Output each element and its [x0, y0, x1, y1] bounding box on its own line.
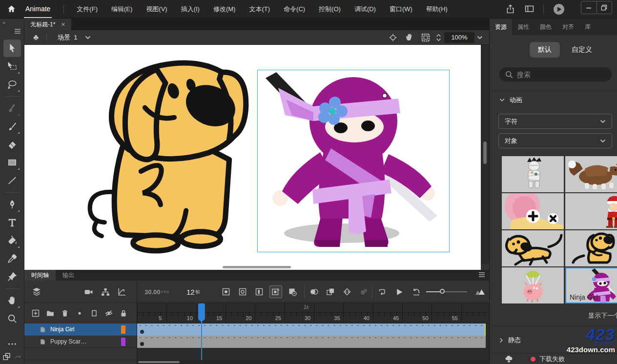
character-filter-dropdown[interactable]: 字符 — [498, 114, 612, 129]
layer-row-header[interactable]: Puppy Scar… — [24, 336, 137, 348]
insert-blank-keyframe-button[interactable] — [236, 285, 249, 298]
asset-thumbnail-mummy[interactable] — [502, 156, 564, 192]
hand-tool[interactable] — [3, 292, 21, 309]
timeline-ruler[interactable]: 1s 510152025303540455055 — [24, 303, 489, 324]
more-tools[interactable] — [3, 335, 21, 353]
menu-item-5[interactable]: 文本(T) — [242, 0, 277, 19]
asset-thumbnail-snail[interactable] — [502, 193, 564, 229]
center-stage-icon[interactable] — [389, 33, 397, 42]
asset-thumbnail-wolf[interactable] — [565, 156, 617, 192]
menu-item-0[interactable]: 文件(F) — [70, 0, 104, 19]
auto-keyframe-button[interactable]: A — [269, 285, 282, 298]
menu-item-4[interactable]: 修改(M) — [206, 0, 243, 19]
clip-content-icon[interactable] — [421, 33, 430, 42]
ninja-girl-artwork[interactable] — [258, 70, 449, 252]
tab-timeline[interactable]: 时间轴 — [24, 270, 56, 281]
canvas-horizontal-scrollbar[interactable] — [24, 264, 481, 270]
asset-thumbnail-pig-parachute[interactable] — [502, 267, 564, 303]
free-transform-tool[interactable] — [3, 58, 21, 75]
eyedropper-tool[interactable] — [3, 250, 21, 267]
remove-frames-button[interactable] — [286, 285, 299, 298]
line-tool[interactable] — [3, 172, 21, 189]
custom-mode-button[interactable]: 自定义 — [567, 42, 597, 58]
puppy-artwork[interactable] — [82, 49, 251, 254]
current-frame-value[interactable]: 12帧 — [186, 281, 200, 303]
play-button[interactable] — [392, 285, 405, 298]
rewind-button[interactable] — [410, 285, 422, 298]
outline-view-button[interactable] — [89, 309, 99, 318]
highlight-layer-button[interactable] — [75, 309, 84, 318]
camera-button[interactable] — [82, 285, 95, 298]
chevron-down-icon[interactable] — [499, 98, 505, 102]
layer-row[interactable]: Puppy Scar… — [24, 336, 489, 348]
text-tool[interactable] — [3, 214, 21, 231]
menu-item-3[interactable]: 插入(I) — [174, 0, 206, 19]
chevron-right-icon[interactable] — [499, 338, 503, 343]
selection-outline[interactable] — [257, 70, 450, 252]
add-folder-button[interactable] — [45, 309, 55, 318]
timeline-horizontal-scrollbar[interactable] — [137, 360, 489, 364]
menu-item-6[interactable]: 命令(C) — [277, 0, 312, 19]
restore-button[interactable] — [596, 1, 612, 14]
scrollbar-thumb[interactable] — [223, 266, 291, 268]
asset-thumbnail-santa[interactable] — [565, 193, 617, 229]
rotate-hand-icon[interactable] — [405, 33, 414, 42]
close-icon[interactable]: × — [61, 21, 65, 27]
classic-brush-tool[interactable] — [3, 118, 21, 135]
advanced-layers-button[interactable] — [99, 285, 111, 298]
timeline-panel-menu-icon[interactable] — [478, 272, 485, 278]
panel-tab-3[interactable]: 对齐 — [557, 19, 579, 35]
test-movie-play-icon[interactable] — [553, 3, 565, 16]
asset-thumbnail-ninja-girl[interactable]: Ninja Girl — [565, 267, 617, 303]
insert-tween-button[interactable] — [357, 285, 370, 298]
menu-item-8[interactable]: 调试(D) — [348, 0, 383, 19]
section-animated[interactable]: 动画 — [499, 96, 522, 104]
collapse-panel-icon[interactable]: « — [2, 20, 5, 25]
stage-canvas[interactable] — [24, 45, 481, 264]
insert-keyframe-button[interactable] — [220, 285, 232, 298]
rectangle-tool[interactable] — [3, 154, 21, 171]
search-field[interactable] — [499, 67, 612, 81]
workspace-icon[interactable] — [524, 4, 535, 14]
layer-row-header[interactable]: Ninja Girl — [24, 324, 137, 336]
zoom-dropdown-chevron-icon[interactable] — [474, 32, 485, 43]
delete-layer-button[interactable] — [60, 309, 69, 318]
onion-skin-button[interactable] — [308, 285, 320, 298]
scrollbar-thumb[interactable] — [483, 142, 487, 164]
graph-editor-button[interactable] — [115, 285, 128, 298]
panel-tab-1[interactable]: 属性 — [512, 19, 535, 35]
create-tween-button[interactable] — [341, 285, 353, 298]
search-input[interactable] — [517, 71, 600, 79]
zoom-tool[interactable] — [3, 310, 21, 327]
chevron-down-icon[interactable] — [85, 36, 91, 40]
lock-all-layers-button[interactable] — [119, 309, 128, 318]
frame-size-icon[interactable] — [475, 287, 486, 296]
default-mode-button[interactable]: 默认 — [530, 42, 560, 58]
timeline-zoom-slider[interactable] — [426, 291, 467, 292]
menu-item-2[interactable]: 视图(V) — [139, 0, 174, 19]
show-next-link[interactable]: 显示下一个 — [588, 311, 617, 320]
layer-frames[interactable] — [137, 336, 486, 348]
share-icon[interactable] — [505, 4, 515, 14]
overlap-squares-icon[interactable] — [2, 352, 11, 361]
lasso-tool[interactable] — [3, 76, 21, 93]
asset-thumbnail-puppy-sitting[interactable] — [565, 230, 617, 266]
asset-thumbnail-puppy-running[interactable] — [502, 230, 564, 266]
layer-name[interactable]: Puppy Scar… — [50, 338, 86, 345]
playhead[interactable] — [198, 303, 205, 322]
slider-knob[interactable] — [440, 289, 445, 294]
object-filter-dropdown[interactable]: 对象 — [498, 133, 612, 148]
menu-item-1[interactable]: 编辑(E) — [104, 0, 139, 19]
zoom-stepper[interactable] — [436, 34, 441, 41]
panel-tab-4[interactable]: 库 — [579, 19, 596, 35]
insert-frame-button[interactable] — [253, 285, 266, 298]
add-layer-button[interactable] — [31, 309, 40, 318]
layer-frames[interactable] — [137, 324, 486, 336]
menu-item-9[interactable]: 窗口(W) — [383, 0, 419, 19]
canvas-vertical-scrollbar[interactable] — [481, 45, 489, 264]
edit-multiple-frames-button[interactable] — [324, 285, 337, 298]
panel-tab-0[interactable]: 资源 — [490, 19, 512, 35]
toolbar-menu-icon[interactable] — [14, 28, 21, 34]
tab-output[interactable]: 输出 — [56, 270, 81, 281]
zoom-level-field[interactable]: 100% — [444, 32, 474, 43]
